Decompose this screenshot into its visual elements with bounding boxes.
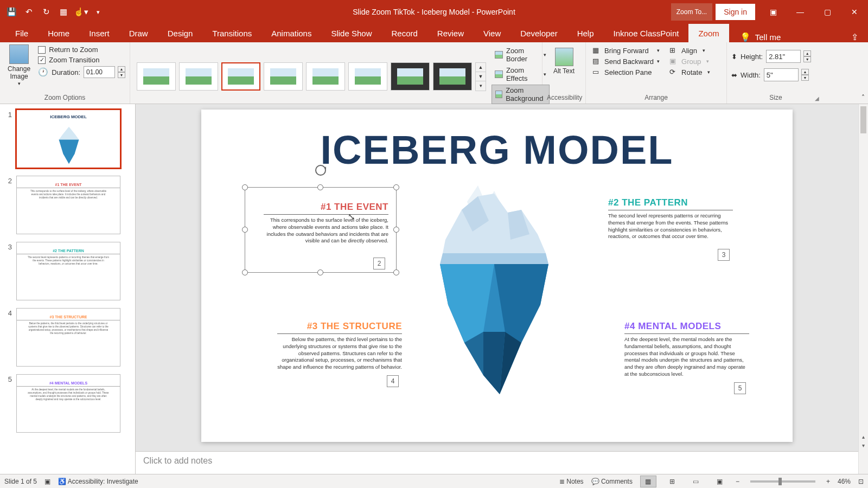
rotate-handle-icon[interactable] <box>314 164 327 177</box>
vertical-scrollbar[interactable]: ▴ ▾ <box>858 104 868 474</box>
collapse-ribbon-icon[interactable]: ˄ <box>861 94 865 101</box>
zoom-percentage[interactable]: 46% <box>838 478 851 485</box>
notes-pane[interactable]: Click to add notes <box>136 451 858 474</box>
resize-handle[interactable] <box>393 227 399 233</box>
tab-home[interactable]: Home <box>38 24 79 42</box>
thumbnail-3[interactable]: #2 THE PATTERN The second level represen… <box>16 242 120 300</box>
rotate-button[interactable]: ⟳Rotate▾ <box>667 67 712 77</box>
redo-icon[interactable]: ↻ <box>38 4 54 20</box>
zoom-out-icon[interactable]: − <box>736 478 739 485</box>
resize-handle[interactable] <box>317 184 323 190</box>
thumbnail-4[interactable]: #3 THE STRUCTURE Below the patterns, the… <box>16 308 120 367</box>
slide-indicator[interactable]: Slide 1 of 5 <box>4 478 37 485</box>
resize-handle[interactable] <box>317 269 323 275</box>
touch-mode-icon[interactable]: ☝▾ <box>73 4 89 20</box>
zoom-style-2[interactable] <box>179 62 218 91</box>
size-launcher[interactable]: ◢ <box>815 95 819 101</box>
tab-record[interactable]: Record <box>381 24 427 42</box>
resize-handle[interactable] <box>242 184 248 190</box>
scrollbar-thumb[interactable] <box>860 106 866 133</box>
tab-developer[interactable]: Developer <box>510 24 567 42</box>
slide-sorter-view-icon[interactable]: ⊞ <box>664 476 680 487</box>
duration-input[interactable]: 01.00 <box>84 66 115 78</box>
zoom-effects-button[interactable]: Zoom Effects▾ <box>492 65 550 84</box>
zoom-transition-checkbox[interactable]: ✓Zoom Transition <box>38 56 125 64</box>
close-icon[interactable]: ✕ <box>841 0 868 24</box>
fit-to-window-icon[interactable]: ⊡ <box>858 478 864 485</box>
selection-pane-button[interactable]: ▭Selection Pane <box>590 67 662 77</box>
share-icon[interactable]: ⇪ <box>851 32 858 42</box>
iceberg-graphic[interactable] <box>413 180 576 408</box>
thumbnail-5[interactable]: #4 MENTAL MODELS At the deepest level, t… <box>16 374 120 433</box>
slideshow-view-icon[interactable]: ▣ <box>712 476 728 487</box>
sign-in-button[interactable]: Sign in <box>716 4 755 20</box>
bring-forward-button[interactable]: ▦Bring Forward▾ <box>590 46 662 55</box>
height-spinner[interactable]: ▲▼ <box>803 50 811 62</box>
block-pattern[interactable]: #2 THE PATTERN The second level represen… <box>608 197 733 240</box>
reading-view-icon[interactable]: ▭ <box>688 476 704 487</box>
slide-thumbnail-pane[interactable]: 1 ICEBERG MODEL 2 #1 THE EVENT This corr… <box>0 104 136 474</box>
zoom-border-button[interactable]: Zoom Border▾ <box>492 46 550 64</box>
slide-title[interactable]: ICEBERG MODEL <box>201 127 793 173</box>
tab-transitions[interactable]: Transitions <box>202 24 261 42</box>
start-from-beginning-icon[interactable]: ▦ <box>55 4 72 20</box>
tab-review[interactable]: Review <box>427 24 474 42</box>
tab-help[interactable]: Help <box>567 24 604 42</box>
ribbon-display-options-icon[interactable]: ▣ <box>760 0 787 24</box>
tab-draw[interactable]: Draw <box>119 24 158 42</box>
resize-handle[interactable] <box>242 269 248 275</box>
tab-zoom[interactable]: Zoom <box>688 24 729 42</box>
duration-spinner[interactable]: ▲▼ <box>118 66 125 78</box>
return-to-zoom-checkbox[interactable]: Return to Zoom <box>38 46 125 54</box>
minimize-icon[interactable]: — <box>787 0 814 24</box>
maximize-icon[interactable]: ▢ <box>814 0 841 24</box>
resize-handle[interactable] <box>242 227 248 233</box>
zoom-style-5[interactable] <box>306 62 345 91</box>
change-image-button[interactable]: Change Image ▾ <box>4 44 34 87</box>
tab-view[interactable]: View <box>474 24 510 42</box>
tab-insert[interactable]: Insert <box>79 24 119 42</box>
tab-animations[interactable]: Animations <box>261 24 321 42</box>
resize-handle[interactable] <box>393 184 399 190</box>
zoom-style-3[interactable] <box>221 62 260 91</box>
tell-me-search[interactable]: 💡Tell me <box>740 32 781 42</box>
comments-button[interactable]: 💬 Comments <box>591 478 633 485</box>
zoom-slider[interactable] <box>750 480 815 483</box>
alt-text-button[interactable]: Alt Text <box>551 44 578 75</box>
tab-slide-show[interactable]: Slide Show <box>321 24 381 42</box>
align-button[interactable]: ⊞Align▾ <box>667 46 712 55</box>
width-input[interactable]: 5" <box>764 68 799 81</box>
zoom-to-button[interactable]: Zoom To... <box>671 3 712 21</box>
tab-inknoe-classpoint[interactable]: Inknoe ClassPoint <box>604 24 689 42</box>
prev-slide-icon[interactable]: ▴ <box>859 433 867 440</box>
block-mental-models[interactable]: #4 MENTAL MODELS At the deepest level, t… <box>624 321 749 378</box>
zoom-style-4[interactable] <box>264 62 303 91</box>
width-spinner[interactable]: ▲▼ <box>801 69 809 81</box>
save-icon[interactable]: 💾 <box>3 4 20 20</box>
zoom-style-7[interactable] <box>391 62 430 91</box>
zoom-style-6[interactable] <box>348 62 387 91</box>
gallery-scroll[interactable]: ▲▼▾ <box>475 62 486 91</box>
zoom-background-button[interactable]: Zoom Background <box>492 85 550 104</box>
send-backward-button[interactable]: ▨Send Backward▾ <box>590 56 662 66</box>
accessibility-status[interactable]: ♿ Accessibility: Investigate <box>58 478 138 485</box>
group-button[interactable]: ▣Group▾ <box>667 56 712 66</box>
zoom-style-8[interactable] <box>433 62 472 91</box>
slide-1[interactable]: ICEBERG MODEL <box>201 110 793 442</box>
tab-file[interactable]: File <box>5 24 38 42</box>
section-icon[interactable]: ▣ <box>44 478 50 485</box>
thumbnail-2[interactable]: #1 THE EVENT This corresponds to the sur… <box>16 176 120 234</box>
thumbnail-1[interactable]: ICEBERG MODEL <box>16 110 120 168</box>
zoom-in-icon[interactable]: + <box>826 478 830 485</box>
undo-icon[interactable]: ↶ <box>21 4 37 20</box>
normal-view-icon[interactable]: ▦ <box>640 476 656 487</box>
block-structure[interactable]: #3 THE STRUCTURE Below the patterns, the… <box>277 321 402 371</box>
zoom-style-1[interactable] <box>137 62 176 91</box>
block-event[interactable]: #1 THE EVENT This corresponds to the sur… <box>264 202 388 245</box>
tab-design[interactable]: Design <box>158 24 203 42</box>
height-input[interactable]: 2.81" <box>766 50 801 63</box>
resize-handle[interactable] <box>393 269 399 275</box>
next-slide-icon[interactable]: ▾ <box>859 441 867 449</box>
notes-button[interactable]: ≣ Notes <box>559 478 584 485</box>
qat-customize-icon[interactable]: ▾ <box>90 4 106 20</box>
